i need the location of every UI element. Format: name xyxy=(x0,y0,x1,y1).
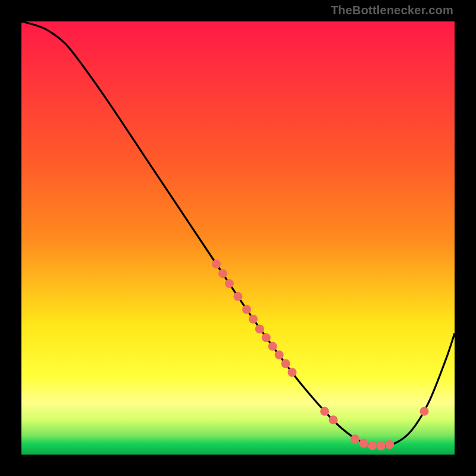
plot-area xyxy=(21,21,455,455)
data-point xyxy=(218,269,227,278)
highlighted-points xyxy=(212,259,428,450)
bottleneck-curve xyxy=(21,21,455,446)
data-point xyxy=(234,292,243,301)
chart-stage: TheBottlenecker.com xyxy=(0,0,476,476)
data-point xyxy=(288,368,297,377)
data-point xyxy=(255,324,264,333)
curve-layer xyxy=(21,21,455,455)
data-point xyxy=(420,407,429,416)
data-point xyxy=(268,342,277,351)
data-point xyxy=(320,407,329,416)
data-point xyxy=(385,440,394,449)
data-point xyxy=(249,315,258,324)
data-point xyxy=(377,441,386,450)
data-point xyxy=(242,305,251,314)
data-point xyxy=(368,441,377,450)
data-point xyxy=(212,259,221,268)
data-point xyxy=(281,359,290,368)
data-point xyxy=(225,279,234,288)
attribution-text: TheBottlenecker.com xyxy=(331,4,453,17)
data-point xyxy=(359,439,368,448)
data-point xyxy=(329,415,338,424)
data-point xyxy=(262,333,271,342)
data-point xyxy=(275,350,284,359)
data-point xyxy=(350,434,359,443)
